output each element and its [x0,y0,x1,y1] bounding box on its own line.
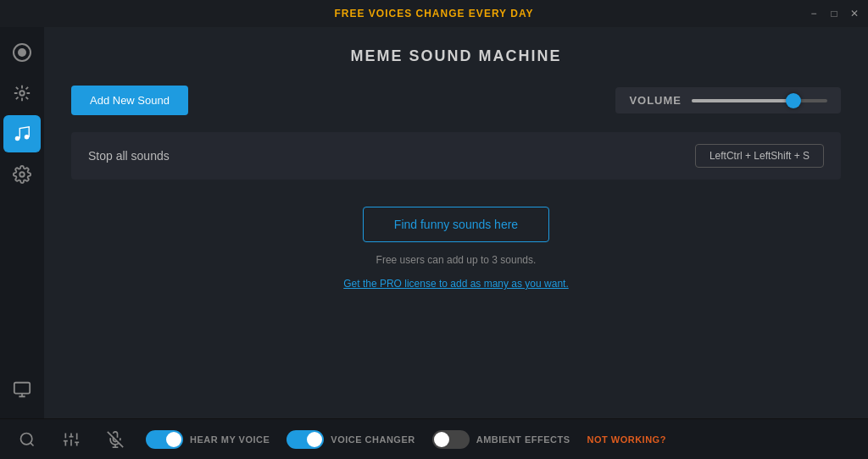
center-area: Find funny sounds here Free users can ad… [71,207,841,290]
free-user-text: Free users can add up to 3 sounds. [376,254,537,266]
mic-mute-icon[interactable] [102,426,129,453]
sidebar-item-settings[interactable] [3,156,41,193]
ambient-effects-toggle[interactable] [432,430,470,449]
controls-row: Add New Sound VOLUME [71,86,841,115]
sidebar-item-music[interactable] [3,115,41,152]
sidebar-item-mixer[interactable] [3,75,41,112]
toggle-thumb [166,432,181,447]
search-icon[interactable] [14,426,41,453]
ambient-effects-label: AMBIENT EFFECTS [476,434,570,445]
close-button[interactable]: ✕ [848,7,861,20]
title-bar-text: FREE VOICES CHANGE EVERY DAY [335,8,534,19]
toggle-thumb-3 [434,432,449,447]
pro-license-link[interactable]: Get the PRO license to add as many as yo… [343,278,568,290]
add-sound-button[interactable]: Add New Sound [71,86,188,115]
hotkey-badge: LeftCtrl + LeftShift + S [695,144,824,168]
hear-my-voice-toggle[interactable] [146,430,183,449]
hear-my-voice-label: HEAR MY VOICE [190,434,270,445]
svg-point-4 [25,135,30,140]
svg-point-3 [15,136,20,141]
not-working-label[interactable]: NOT WORKING? [587,434,666,445]
volume-label: VOLUME [629,94,682,107]
find-sounds-button[interactable]: Find funny sounds here [363,207,549,242]
equalizer-icon[interactable] [58,426,85,453]
voice-changer-group: VOICE CHANGER [287,430,415,449]
voice-changer-label: VOICE CHANGER [331,434,415,445]
svg-point-2 [19,91,25,96]
volume-fill [692,99,793,102]
content-area: MEME SOUND MACHINE Add New Sound VOLUME … [44,27,868,418]
sidebar [0,27,44,418]
svg-point-1 [18,48,26,57]
volume-thumb [786,93,801,108]
voice-changer-toggle[interactable] [287,430,324,449]
stop-all-row: Stop all sounds LeftCtrl + LeftShift + S [71,132,841,180]
stop-all-label: Stop all sounds [88,149,170,163]
minimize-button[interactable]: − [807,7,821,20]
volume-slider[interactable] [692,99,827,102]
bottom-bar: HEAR MY VOICE VOICE CHANGER AMBIENT EFFE… [0,418,868,459]
toggle-thumb-2 [307,432,322,447]
sidebar-item-logo[interactable] [3,34,41,71]
svg-point-5 [19,172,25,177]
volume-group: VOLUME [615,87,841,113]
page-title: MEME SOUND MACHINE [71,47,841,65]
svg-point-7 [21,433,32,444]
ambient-effects-group: AMBIENT EFFECTS [432,430,570,449]
title-bar: FREE VOICES CHANGE EVERY DAY − □ ✕ [0,0,868,27]
main-layout: MEME SOUND MACHINE Add New Sound VOLUME … [0,27,868,418]
volume-track [692,99,827,102]
window-controls: − □ ✕ [807,7,861,20]
maximize-button[interactable]: □ [827,7,841,20]
hear-my-voice-group: HEAR MY VOICE [146,430,270,449]
sidebar-item-vp[interactable] [3,371,41,408]
svg-rect-6 [14,383,30,394]
